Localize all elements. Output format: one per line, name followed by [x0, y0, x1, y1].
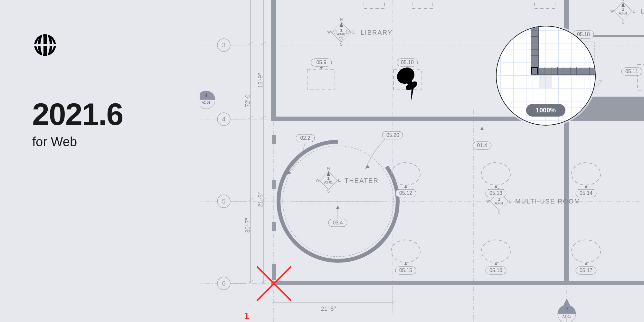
svg-point-53	[391, 163, 420, 185]
globe-logo-icon	[32, 32, 58, 58]
svg-rect-43	[272, 222, 276, 231]
compass-theater: N S W E 1 A3-01	[316, 166, 341, 194]
furniture-ovals	[391, 163, 601, 262]
svg-text:05.13: 05.13	[489, 190, 502, 196]
svg-text:N: N	[340, 17, 343, 22]
theater-room	[279, 142, 398, 261]
svg-rect-2	[42, 32, 43, 58]
room-label-multi-use: MULTI-USE ROOM	[515, 198, 580, 205]
room-label-library-top: LIBRARY	[641, 8, 644, 15]
svg-text:S: S	[327, 189, 330, 194]
header-panel: 2021.6 for Web	[32, 32, 161, 149]
marker-05-17: 05.17	[576, 262, 596, 274]
svg-text:05.20: 05.20	[386, 132, 399, 138]
svg-text:W: W	[316, 178, 319, 183]
marker-05-12: 05.12	[395, 185, 416, 197]
svg-text:03.4: 03.4	[333, 220, 343, 225]
svg-text:05.17: 05.17	[580, 268, 592, 273]
origin-marker: 1	[244, 267, 291, 321]
svg-rect-62	[412, 0, 433, 8]
svg-text:5: 5	[222, 198, 225, 205]
magnifier-wall-h	[531, 68, 596, 75]
svg-text:E: E	[509, 199, 511, 204]
svg-marker-132	[480, 127, 484, 130]
svg-text:E: E	[338, 178, 341, 183]
zoom-magnifier: 1000%	[496, 26, 596, 126]
compass-library-top: N S W E 1 A3-01	[610, 0, 635, 24]
svg-text:05.12: 05.12	[399, 190, 412, 196]
svg-text:05.9: 05.9	[316, 60, 326, 65]
svg-text:1: 1	[622, 7, 624, 12]
svg-text:S: S	[340, 42, 343, 47]
grid-row-6: 6	[217, 277, 245, 290]
svg-text:1: 1	[340, 28, 342, 33]
svg-rect-61	[364, 0, 384, 8]
version-subtitle: for Web	[32, 135, 161, 149]
section-marker-4: 4 A2-01	[200, 91, 215, 109]
svg-rect-1	[32, 44, 58, 46]
marker-03-4: 03.4	[328, 205, 347, 227]
marker-05-15: 05.15	[395, 262, 416, 274]
svg-rect-42	[272, 180, 276, 189]
marker-05-16: 05.16	[486, 262, 506, 274]
svg-rect-3	[47, 32, 48, 58]
dim-15-9: 15'-9"	[257, 73, 264, 88]
svg-marker-32	[564, 298, 570, 305]
compass-library-inner: N S W E 1 A3-01	[327, 17, 355, 47]
svg-text:6: 6	[222, 280, 225, 287]
svg-text:A2-01: A2-01	[202, 101, 211, 104]
svg-text:E: E	[352, 30, 355, 34]
dim-72-0: 72'-0"	[244, 92, 251, 107]
room-label-library-inner: LIBRARY	[361, 29, 393, 36]
svg-rect-36	[271, 0, 276, 119]
svg-rect-59	[307, 69, 335, 90]
pushpin-icon[interactable]	[394, 64, 426, 102]
svg-marker-124	[365, 165, 370, 169]
svg-point-57	[481, 240, 510, 262]
magnifier-cursor	[531, 67, 538, 74]
svg-text:W: W	[486, 199, 490, 204]
svg-text:N: N	[622, 0, 625, 2]
svg-text:S: S	[622, 20, 624, 24]
svg-text:05.15: 05.15	[399, 268, 412, 273]
svg-rect-41	[272, 135, 276, 144]
svg-text:S: S	[498, 210, 500, 214]
svg-text:05.10: 05.10	[401, 60, 414, 65]
svg-rect-38	[271, 281, 644, 285]
svg-text:N: N	[327, 166, 330, 171]
grid-row-5: 5	[217, 195, 245, 208]
svg-point-58	[572, 240, 601, 262]
zoom-level-badge: 1000%	[526, 104, 565, 117]
svg-text:A3-01: A3-01	[337, 33, 346, 36]
svg-text:1: 1	[498, 197, 500, 202]
svg-text:A3-01: A3-01	[495, 202, 504, 205]
svg-text:05.11: 05.11	[625, 69, 638, 74]
grid-row-4: 4	[217, 113, 245, 126]
svg-text:A3-01: A3-01	[619, 12, 628, 15]
svg-point-55	[572, 163, 601, 185]
svg-point-54	[481, 163, 510, 185]
dim-30-7: 30'-7"	[244, 218, 251, 233]
svg-text:05.14: 05.14	[580, 190, 592, 196]
marker-05-14: 05.14	[576, 185, 596, 197]
svg-text:1: 1	[244, 311, 249, 321]
svg-text:4: 4	[222, 116, 225, 123]
marker-05-9: 05.9	[311, 59, 332, 70]
svg-text:1: 1	[327, 176, 329, 181]
svg-text:A2-01: A2-01	[563, 315, 571, 318]
svg-text:05.18: 05.18	[577, 32, 590, 37]
svg-text:E: E	[633, 9, 635, 14]
room-label-theater: THEATER	[345, 177, 379, 184]
svg-point-56	[391, 240, 420, 262]
marker-01-4: 01.4	[473, 127, 491, 149]
dim-21-5-v: 21'-5"	[257, 192, 264, 207]
svg-text:W: W	[610, 9, 614, 14]
svg-rect-44	[272, 264, 276, 280]
version-number: 2021.6	[32, 97, 161, 132]
svg-text:05.16: 05.16	[489, 268, 502, 273]
svg-text:01.4: 01.4	[477, 143, 487, 148]
svg-text:3: 3	[222, 42, 225, 49]
grid-row-3: 3	[217, 39, 245, 52]
dim-21-5-h: 21'-5"	[321, 306, 336, 312]
svg-text:4: 4	[205, 93, 208, 98]
